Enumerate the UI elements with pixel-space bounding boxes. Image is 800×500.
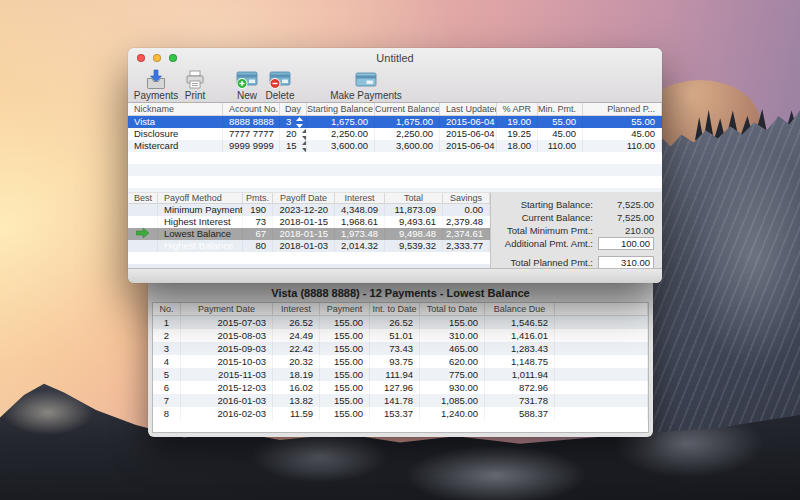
summary-panel: Starting Balance: 7,525.00 Current Balan… bbox=[490, 192, 662, 268]
schedule-row[interactable]: 8 2016-02-03 11.59 155.00 153.37 1,240.0… bbox=[153, 407, 648, 420]
card-delete-icon bbox=[267, 69, 293, 90]
cell-filler bbox=[555, 368, 648, 381]
day-cell: 3 bbox=[280, 116, 307, 128]
toolbar-label: Payments bbox=[134, 90, 178, 101]
cell: 11,873.09 bbox=[385, 204, 443, 216]
column-header[interactable]: Payoff Date bbox=[273, 193, 335, 203]
cell: 1,085.00 bbox=[420, 394, 485, 407]
zoom-button[interactable] bbox=[169, 54, 177, 62]
day-stepper[interactable] bbox=[296, 117, 303, 128]
summary-row: Total Minimum Pmt.: 210.00 bbox=[491, 224, 662, 237]
cell: 11.59 bbox=[273, 407, 320, 420]
cell: 3,600.00 bbox=[307, 140, 375, 152]
schedule-row[interactable]: 4 2015-10-03 20.32 155.00 93.75 620.00 1… bbox=[153, 355, 648, 368]
cell: 22.42 bbox=[273, 342, 320, 355]
total-minimum-value: 210.00 bbox=[598, 225, 654, 236]
cell: 45.00 bbox=[538, 128, 583, 140]
cell: 155.00 bbox=[320, 316, 370, 329]
day-cell: 20 bbox=[280, 128, 307, 140]
account-row-disclosure[interactable]: Disclosure 7777 7777 20 2,250.00 2,250.0… bbox=[128, 128, 662, 140]
cell: Highest Interest bbox=[158, 216, 243, 228]
schedule-row[interactable]: 3 2015-09-03 22.42 155.00 73.43 465.00 1… bbox=[153, 342, 648, 355]
column-header[interactable]: Payment Date bbox=[181, 303, 273, 315]
additional-payment-input[interactable] bbox=[598, 237, 654, 250]
column-header[interactable]: Current Balance bbox=[375, 103, 440, 115]
schedule-row[interactable]: 1 2015-07-03 26.52 155.00 26.52 155.00 1… bbox=[153, 316, 648, 329]
schedule-row[interactable]: 6 2015-12-03 16.02 155.00 127.96 930.00 … bbox=[153, 381, 648, 394]
column-header[interactable]: Interest bbox=[273, 303, 320, 315]
toolbar-label: New bbox=[237, 90, 257, 101]
cell: Mistercard bbox=[128, 140, 223, 152]
empty-rows-stripes bbox=[128, 252, 490, 268]
print-button[interactable]: Print bbox=[180, 69, 210, 101]
column-header[interactable]: Starting Balance bbox=[307, 103, 375, 115]
payoff-table: Best Payoff Method Pmts. Payoff Date Int… bbox=[128, 192, 490, 268]
cell: 18.19 bbox=[273, 368, 320, 381]
cell-filler bbox=[555, 355, 648, 368]
day-value: 20 bbox=[286, 128, 297, 140]
current-balance-value: 7,525.00 bbox=[598, 212, 654, 223]
column-header[interactable]: Total bbox=[385, 193, 443, 203]
payments-button[interactable]: Payments bbox=[132, 69, 180, 101]
column-header[interactable]: Day bbox=[280, 103, 307, 115]
starting-balance-label: Starting Balance: bbox=[521, 199, 593, 210]
close-button[interactable] bbox=[137, 54, 145, 62]
make-payments-button[interactable]: Make Payments bbox=[326, 69, 406, 101]
column-header[interactable]: Planned P... bbox=[583, 103, 662, 115]
cell: 4 bbox=[153, 355, 181, 368]
minimize-button[interactable] bbox=[153, 54, 161, 62]
cell: 4,348.09 bbox=[335, 204, 385, 216]
column-header[interactable]: Payment bbox=[320, 303, 370, 315]
current-balance-label: Current Balance: bbox=[522, 212, 593, 223]
cell: 2015-09-03 bbox=[181, 342, 273, 355]
column-header[interactable]: Min. Pmt. bbox=[538, 103, 583, 115]
cell: 2015-07-03 bbox=[181, 316, 273, 329]
best-cell bbox=[128, 216, 158, 228]
schedule-table: No. Payment Date Interest Payment Int. t… bbox=[152, 302, 649, 433]
account-row-vista[interactable]: Vista 8888 8888 3 1,675.00 1,675.00 2015… bbox=[128, 116, 662, 128]
column-header[interactable]: Payoff Method bbox=[158, 193, 243, 203]
column-header[interactable]: % APR bbox=[497, 103, 538, 115]
window-title: Untitled bbox=[376, 52, 413, 64]
cell: 155.00 bbox=[320, 329, 370, 342]
schedule-row[interactable]: 7 2016-01-03 13.82 155.00 141.78 1,085.0… bbox=[153, 394, 648, 407]
cell: Lowest Balance bbox=[158, 228, 243, 240]
column-header[interactable]: No. bbox=[153, 303, 181, 315]
cell: 9,539.32 bbox=[385, 240, 443, 252]
column-header[interactable]: Pmts. bbox=[243, 193, 273, 203]
titlebar[interactable]: Untitled bbox=[128, 48, 662, 67]
payoff-row-highest-balance[interactable]: Highest Balance 80 2018-01-03 2,014.32 9… bbox=[128, 240, 490, 252]
column-header[interactable]: Savings bbox=[443, 193, 490, 203]
best-cell bbox=[128, 228, 158, 240]
schedule-title: Vista (8888 8888) - 12 Payments - Lowest… bbox=[148, 283, 653, 302]
schedule-row[interactable]: 2 2015-08-03 24.49 155.00 51.01 310.00 1… bbox=[153, 329, 648, 342]
payoff-row-minimum-payment[interactable]: Minimum Payment 190 2023-12-20 4,348.09 … bbox=[128, 204, 490, 216]
column-header[interactable]: Account No. bbox=[223, 103, 280, 115]
column-header[interactable]: Best bbox=[128, 193, 158, 203]
column-header[interactable]: Interest bbox=[335, 193, 385, 203]
schedule-row[interactable]: 5 2015-11-03 18.19 155.00 111.94 775.00 … bbox=[153, 368, 648, 381]
cell: 2,250.00 bbox=[375, 128, 440, 140]
cell: 2015-12-03 bbox=[181, 381, 273, 394]
total-minimum-label: Total Minimum Pmt.: bbox=[507, 225, 593, 236]
column-header[interactable]: Nickname bbox=[128, 103, 223, 115]
cell: 2,250.00 bbox=[307, 128, 375, 140]
app-window: Untitled Payments bbox=[128, 48, 662, 283]
cell: 16.02 bbox=[273, 381, 320, 394]
cell: 155.00 bbox=[320, 407, 370, 420]
column-header[interactable]: Balance Due bbox=[485, 303, 555, 315]
new-account-button[interactable]: New bbox=[232, 69, 262, 101]
payoff-row-lowest-balance[interactable]: Lowest Balance 67 2018-01-15 1,973.48 9,… bbox=[128, 228, 490, 240]
account-row-mistercard[interactable]: Mistercard 9999 9999 15 3,600.00 3,600.0… bbox=[128, 140, 662, 152]
column-header[interactable]: Int. to Date bbox=[370, 303, 420, 315]
cell: 1 bbox=[153, 316, 181, 329]
delete-account-button[interactable]: Delete bbox=[262, 69, 298, 101]
column-header[interactable]: Last Updated bbox=[440, 103, 497, 115]
cell: Minimum Payment bbox=[158, 204, 243, 216]
cell: 1,675.00 bbox=[375, 116, 440, 128]
column-header[interactable]: Total to Date bbox=[420, 303, 485, 315]
cell: 1,283.43 bbox=[485, 342, 555, 355]
payoff-row-highest-interest[interactable]: Highest Interest 73 2018-01-15 1,968.61 … bbox=[128, 216, 490, 228]
cell: 9999 9999 bbox=[223, 140, 280, 152]
cell: 93.75 bbox=[370, 355, 420, 368]
